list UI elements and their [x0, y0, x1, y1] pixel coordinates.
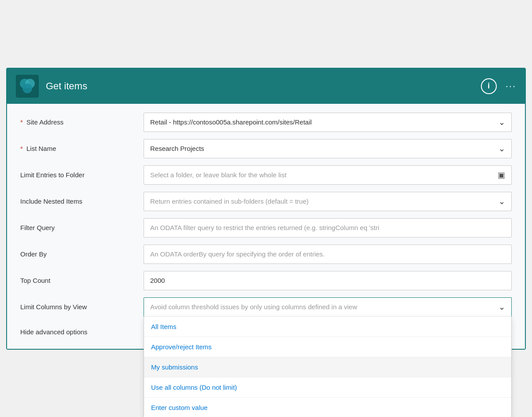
order-by-row: Order By An ODATA orderBy query for spec…	[20, 245, 512, 264]
site-address-row: * Site Address Retail - https://contoso0…	[20, 113, 512, 132]
panel-body: * Site Address Retail - https://contoso0…	[7, 104, 525, 349]
limit-entries-label: Limit Entries to Folder	[20, 171, 144, 179]
dropdown-item-use-all-columns[interactable]: Use all columns (Do not limit)	[144, 377, 511, 398]
dropdown-item-my-submissions[interactable]: My submissions	[144, 357, 511, 377]
top-count-label: Top Count	[20, 277, 144, 284]
panel-title: Get items	[46, 80, 474, 92]
order-by-label: Order By	[20, 250, 144, 258]
panel-header: Get items i ···	[7, 69, 525, 104]
chevron-down-icon: ⌄	[499, 117, 505, 127]
folder-icon: ▣	[498, 170, 505, 180]
order-by-field[interactable]: An ODATA orderBy query for specifying th…	[144, 245, 512, 264]
svg-point-2	[22, 84, 32, 93]
top-count-input[interactable]	[144, 271, 512, 290]
limit-entries-field[interactable]: Select a folder, or leave blank for the …	[144, 165, 512, 185]
filter-query-label: Filter Query	[20, 224, 144, 231]
hide-advanced-label[interactable]: Hide advanced options	[20, 328, 144, 336]
dropdown-item-all-items[interactable]: All Items	[144, 317, 511, 337]
limit-columns-dropdown: All Items Approve/reject Items My submis…	[144, 317, 512, 417]
limit-columns-wrapper: Avoid column threshold issues by only us…	[144, 297, 512, 317]
list-name-label: * List Name	[20, 145, 144, 152]
required-marker: *	[20, 145, 23, 152]
header-actions: i ···	[481, 78, 516, 94]
get-items-panel: Get items i ··· * Site Address Retail - …	[6, 68, 526, 350]
info-button[interactable]: i	[481, 78, 497, 94]
chevron-down-icon: ⌄	[499, 302, 505, 312]
site-address-field[interactable]: Retail - https://contoso005a.sharepoint.…	[144, 113, 512, 132]
filter-query-field[interactable]: An ODATA filter query to restrict the en…	[144, 218, 512, 238]
top-count-row: Top Count	[20, 271, 512, 290]
dropdown-item-approve-reject[interactable]: Approve/reject Items	[144, 337, 511, 357]
list-name-field[interactable]: Research Projects ⌄	[144, 139, 512, 158]
limit-columns-row: Limit Columns by View Avoid column thres…	[20, 297, 512, 317]
more-button[interactable]: ···	[506, 80, 516, 92]
limit-entries-row: Limit Entries to Folder Select a folder,…	[20, 165, 512, 185]
filter-query-row: Filter Query An ODATA filter query to re…	[20, 218, 512, 238]
chevron-down-icon: ⌄	[499, 144, 505, 154]
nested-items-label: Include Nested Items	[20, 198, 144, 205]
app-logo	[16, 75, 39, 98]
list-name-row: * List Name Research Projects ⌄	[20, 139, 512, 158]
nested-items-row: Include Nested Items Return entries cont…	[20, 192, 512, 211]
dropdown-item-enter-custom[interactable]: Enter custom value	[144, 398, 511, 417]
required-marker: *	[20, 118, 23, 126]
nested-items-field[interactable]: Return entries contained in sub-folders …	[144, 192, 512, 211]
limit-columns-label: Limit Columns by View	[20, 303, 144, 311]
chevron-down-icon: ⌄	[499, 197, 505, 206]
site-address-label: * Site Address	[20, 118, 144, 126]
limit-columns-field[interactable]: Avoid column threshold issues by only us…	[144, 297, 512, 317]
